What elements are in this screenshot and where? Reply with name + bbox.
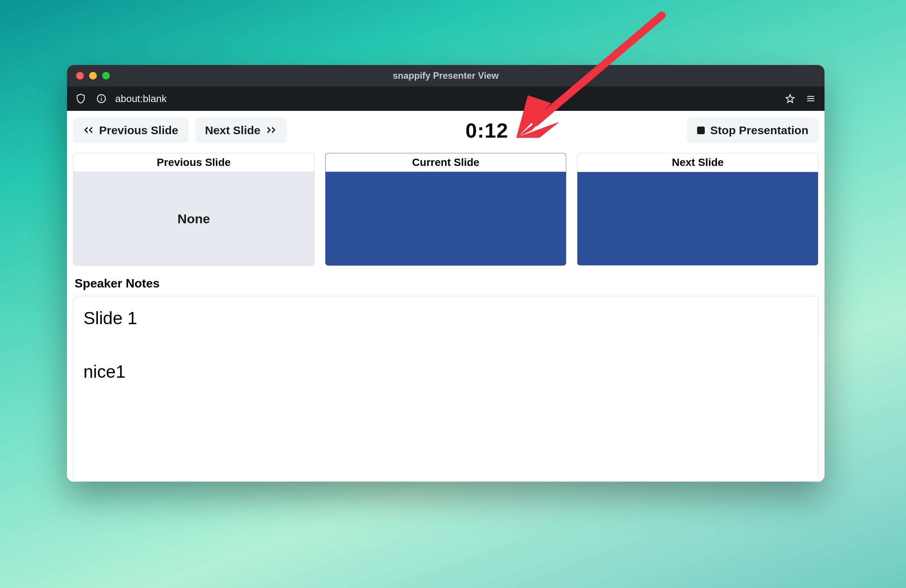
presentation-timer: 0:12	[450, 119, 524, 142]
window-title: snappify Presenter View	[67, 70, 825, 81]
speaker-notes-title: Speaker Notes	[73, 276, 818, 291]
previous-slide-body: None	[73, 172, 314, 266]
previous-slide-preview: Previous Slide None	[73, 153, 314, 266]
presenter-view-content: Previous Slide Next Slide 0:12 Stop Pres…	[67, 111, 825, 482]
double-chevron-left-icon	[83, 124, 94, 137]
current-slide-header: Current Slide	[325, 153, 567, 172]
double-chevron-right-icon	[266, 124, 277, 137]
previous-slide-header: Previous Slide	[73, 153, 314, 172]
next-slide-preview: Next Slide	[577, 153, 818, 266]
next-slide-button[interactable]: Next Slide	[195, 118, 287, 143]
bookmark-star-icon[interactable]	[783, 92, 797, 106]
address-bar-url[interactable]: about:blank	[115, 93, 166, 105]
info-icon[interactable]	[95, 92, 108, 106]
next-slide-body	[577, 172, 818, 266]
maximize-window-button[interactable]	[102, 72, 110, 80]
current-slide-body	[325, 172, 567, 266]
stop-presentation-button-label: Stop Presentation	[710, 124, 808, 137]
browser-toolbar: about:blank	[67, 86, 825, 111]
next-slide-button-label: Next Slide	[205, 124, 261, 137]
hamburger-menu-icon[interactable]	[804, 92, 818, 106]
stop-icon	[697, 127, 705, 134]
svg-point-2	[101, 96, 102, 97]
speaker-notes-box: Slide 1 nice1	[73, 296, 818, 482]
previous-slide-button[interactable]: Previous Slide	[73, 118, 188, 143]
next-slide-header: Next Slide	[577, 153, 818, 172]
slides-preview-row: Previous Slide None Current Slide Next S…	[73, 153, 818, 266]
current-slide-preview: Current Slide	[325, 153, 567, 266]
previous-slide-button-label: Previous Slide	[99, 124, 178, 137]
window-titlebar: snappify Presenter View	[67, 65, 825, 86]
presenter-controls-row: Previous Slide Next Slide 0:12 Stop Pres…	[73, 118, 818, 143]
traffic-lights	[67, 72, 110, 80]
speaker-note-line: nice1	[83, 361, 808, 383]
speaker-note-line: Slide 1	[83, 307, 808, 330]
minimize-window-button[interactable]	[89, 72, 97, 80]
close-window-button[interactable]	[76, 72, 84, 80]
shield-icon[interactable]	[74, 92, 88, 106]
stop-presentation-button[interactable]: Stop Presentation	[687, 118, 818, 143]
browser-window: snappify Presenter View about:blank Prev…	[67, 65, 825, 482]
